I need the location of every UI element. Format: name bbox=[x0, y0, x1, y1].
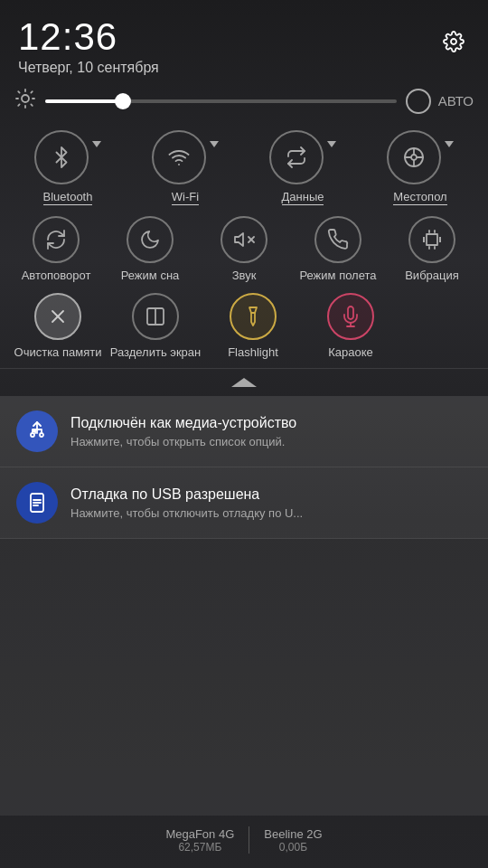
quick-toggles-row3: Очистка памяти Разделить экран Flashligh… bbox=[0, 286, 488, 363]
vibration-circle[interactable] bbox=[408, 216, 455, 263]
toggle-location[interactable]: Местопол bbox=[371, 130, 470, 205]
toggle-data[interactable]: Данные bbox=[253, 130, 352, 205]
usb-debug-icon bbox=[16, 482, 58, 524]
usb-debug-desc: Нажмите, чтобы отключить отладку по U... bbox=[70, 506, 472, 520]
data-label: Данные bbox=[282, 190, 324, 205]
toggle-splitscreen[interactable]: Разделить экран bbox=[107, 293, 204, 359]
brightness-thumb[interactable] bbox=[115, 93, 131, 109]
moon-icon bbox=[139, 229, 161, 250]
wifi-chevron-icon[interactable] bbox=[210, 141, 219, 147]
sound-circle[interactable] bbox=[221, 216, 267, 263]
sun-icon bbox=[14, 88, 36, 109]
toggle-bluetooth[interactable]: Bluetooth bbox=[18, 130, 117, 205]
microphone-icon bbox=[340, 306, 361, 327]
usb-media-icon bbox=[16, 410, 58, 452]
collapse-bar[interactable] bbox=[0, 368, 488, 396]
gear-icon bbox=[443, 31, 465, 52]
megafon-name: MegaFon 4G bbox=[165, 827, 234, 841]
megafon-data: 62,57МБ bbox=[165, 841, 234, 854]
network-beeline: Beeline 2G 0,00Б bbox=[264, 827, 322, 854]
location-circle[interactable] bbox=[387, 130, 441, 184]
svg-line-4 bbox=[18, 91, 19, 92]
flightmode-circle[interactable] bbox=[314, 216, 361, 263]
toggle-location-btn-wrap[interactable] bbox=[387, 130, 454, 184]
toggle-autorotate[interactable]: Автоповорот bbox=[15, 216, 97, 282]
network-divider bbox=[249, 826, 249, 854]
toggle-clear-memory[interactable]: Очистка памяти bbox=[9, 293, 107, 359]
splitscreen-label: Разделить экран bbox=[110, 345, 202, 359]
beeline-data: 0,00Б bbox=[264, 841, 322, 854]
bug-icon bbox=[26, 492, 48, 514]
wifi-circle[interactable] bbox=[152, 130, 206, 184]
brightness-fill bbox=[45, 99, 123, 103]
svg-line-9 bbox=[31, 91, 32, 92]
svg-line-5 bbox=[31, 104, 32, 105]
usb-debug-text: Отладка по USB разрешена Нажмите, чтобы … bbox=[70, 486, 472, 520]
vibration-icon bbox=[421, 229, 443, 250]
network-megafon: MegaFon 4G 62,57МБ bbox=[165, 827, 234, 854]
date-display: Четверг, 10 сентября bbox=[18, 60, 159, 76]
clear-memory-label: Очистка памяти bbox=[14, 345, 102, 359]
brightness-low-icon bbox=[14, 88, 36, 114]
clear-icon bbox=[47, 306, 69, 327]
flashlight-circle[interactable] bbox=[230, 293, 277, 340]
settings-button[interactable] bbox=[437, 25, 470, 58]
brightness-control[interactable]: АВТО bbox=[0, 80, 488, 121]
toggle-karaoke[interactable]: Караоке bbox=[302, 293, 399, 359]
flashlight-label: Flashlight bbox=[228, 345, 278, 359]
wifi-icon bbox=[168, 146, 190, 168]
data-transfer-icon bbox=[286, 146, 307, 168]
toggle-vibration[interactable]: Вибрация bbox=[391, 216, 473, 282]
chevron-up-icon bbox=[231, 378, 257, 387]
brightness-slider[interactable] bbox=[45, 99, 397, 103]
header: 12:36 Четверг, 10 сентября bbox=[0, 0, 488, 80]
usb-media-text: Подключён как медиа-устройство Нажмите, … bbox=[70, 415, 472, 448]
brightness-auto-label: АВТО bbox=[438, 93, 474, 108]
svg-line-8 bbox=[18, 104, 19, 105]
sound-label: Звук bbox=[232, 269, 257, 282]
toggle-data-btn-wrap[interactable] bbox=[269, 130, 336, 184]
toggle-wifi-btn-wrap[interactable] bbox=[152, 130, 219, 184]
toggle-sleepmode[interactable]: Режим сна bbox=[109, 216, 191, 282]
location-icon bbox=[403, 146, 425, 168]
toggle-bluetooth-btn-wrap[interactable] bbox=[34, 130, 101, 184]
brightness-auto-group: АВТО bbox=[406, 89, 474, 114]
flightmode-label: Режим полета bbox=[299, 269, 376, 282]
svg-point-1 bbox=[22, 95, 29, 102]
autorotate-label: Автоповорот bbox=[22, 269, 91, 282]
notification-usb-media[interactable]: Подключён как медиа-устройство Нажмите, … bbox=[0, 396, 488, 467]
usb-icon bbox=[26, 420, 48, 442]
splitscreen-circle[interactable] bbox=[132, 293, 179, 340]
brightness-auto-icon bbox=[406, 89, 431, 114]
bottom-network-bar: MegaFon 4G 62,57МБ Beeline 2G 0,00Б bbox=[0, 816, 488, 868]
bluetooth-circle[interactable] bbox=[34, 130, 89, 184]
autorotate-circle[interactable] bbox=[33, 216, 80, 263]
quick-toggles-row1: Bluetooth Wi-Fi bbox=[0, 121, 488, 209]
location-chevron-icon[interactable] bbox=[445, 141, 454, 147]
airplane-icon bbox=[327, 229, 349, 250]
clear-memory-circle[interactable] bbox=[34, 293, 81, 340]
flashlight-icon bbox=[242, 306, 264, 327]
svg-point-0 bbox=[451, 39, 456, 44]
bluetooth-label: Bluetooth bbox=[43, 190, 93, 205]
sleepmode-circle[interactable] bbox=[127, 216, 174, 263]
quick-toggles-row2: Автоповорот Режим сна Звук bbox=[0, 209, 488, 286]
svg-point-10 bbox=[178, 164, 180, 165]
splitscreen-icon bbox=[145, 306, 166, 327]
toggle-sound[interactable]: Звук bbox=[203, 216, 285, 282]
usb-debug-title: Отладка по USB разрешена bbox=[70, 486, 472, 503]
toggle-flightmode[interactable]: Режим полета bbox=[297, 216, 379, 282]
svg-marker-17 bbox=[235, 233, 243, 246]
bluetooth-chevron-icon[interactable] bbox=[92, 141, 101, 147]
usb-media-desc: Нажмите, чтобы открыть список опций. bbox=[70, 435, 472, 448]
notification-usb-debug[interactable]: Отладка по USB разрешена Нажмите, чтобы … bbox=[0, 467, 488, 539]
toggle-flashlight[interactable]: Flashlight bbox=[204, 293, 302, 359]
toggle-wifi[interactable]: Wi-Fi bbox=[136, 130, 235, 205]
vibration-label: Вибрация bbox=[405, 269, 459, 282]
data-chevron-icon[interactable] bbox=[327, 141, 336, 147]
data-circle[interactable] bbox=[269, 130, 324, 184]
karaoke-circle[interactable] bbox=[327, 293, 374, 340]
bluetooth-icon bbox=[51, 146, 72, 168]
sleepmode-label: Режим сна bbox=[121, 269, 180, 282]
svg-point-30 bbox=[40, 433, 43, 437]
